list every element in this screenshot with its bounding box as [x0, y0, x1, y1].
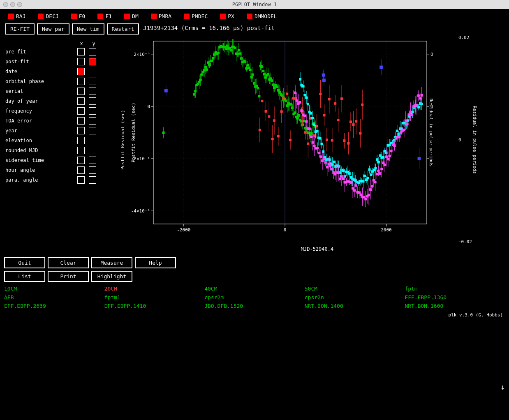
y-checkbox[interactable] [89, 157, 96, 164]
x-checkbox[interactable] [77, 147, 85, 154]
param-row-name: rounded MJD [5, 148, 77, 153]
param-label: DECJ [46, 13, 58, 19]
x-checkbox[interactable] [77, 107, 85, 115]
x-checkbox[interactable] [77, 117, 85, 125]
x-checkbox[interactable] [77, 88, 85, 95]
scroll-down-icon[interactable]: ↓ [500, 383, 505, 391]
param-indicator [247, 14, 252, 19]
param-row-name: date [5, 69, 77, 74]
x-checkbox[interactable] [77, 78, 85, 85]
param-indicator [184, 14, 190, 19]
y-checkbox[interactable] [89, 176, 96, 184]
x-checkbox[interactable] [77, 68, 85, 75]
checkbox-pair [77, 166, 96, 174]
legend-item-2: 40CM [204, 285, 305, 292]
x-checkbox[interactable] [77, 166, 85, 174]
param-row-12: hour angle [5, 166, 116, 175]
y-axis-left-label: Postfit Residual (sec) [116, 37, 129, 242]
legend-item-7: cpsr2m [204, 294, 305, 301]
y-checkbox[interactable] [89, 88, 96, 95]
param-row-13: para. angle [5, 175, 116, 185]
quit-button[interactable]: Quit [4, 257, 45, 268]
y-checkbox[interactable] [89, 58, 96, 65]
close-btn[interactable] [3, 2, 8, 7]
param-label: RAJ [16, 13, 25, 19]
param-row-9: elevation [5, 136, 116, 145]
y-checkbox[interactable] [89, 147, 96, 154]
checkbox-pair [77, 147, 96, 154]
param-indicator [151, 14, 157, 19]
y-checkbox[interactable] [89, 48, 96, 55]
restart-button[interactable]: Restart [107, 23, 139, 35]
chart-area: J1939+2134 (Crms = 16.166 μs) post-fit P… [116, 35, 506, 252]
param-raj[interactable]: RAJ [8, 13, 25, 19]
param-pmra[interactable]: PMRA [151, 13, 171, 19]
legend-item-0: 10CM [4, 285, 104, 292]
highlight-button[interactable]: Highlight [91, 271, 132, 282]
x-checkbox[interactable] [77, 137, 85, 144]
clear-button[interactable]: Clear [48, 257, 89, 268]
y-checkbox[interactable] [89, 127, 96, 134]
plot-canvas[interactable] [129, 35, 433, 245]
y-checkbox[interactable] [89, 137, 96, 144]
newtim-button[interactable]: New tim [72, 23, 104, 35]
param-pmdec[interactable]: PMDEC [184, 13, 208, 19]
x-axis-label: MJD-52940.4 [129, 246, 506, 252]
list-button[interactable]: List [4, 271, 45, 282]
param-label: F1 [105, 13, 112, 19]
param-f1[interactable]: F1 [97, 13, 112, 19]
newpar-button[interactable]: New par [37, 23, 69, 35]
plot-title: J1939+2134 (Crms = 16.166 μs) post-fit [141, 25, 275, 31]
bottom-buttons-row2: List Print Highlight [4, 271, 505, 282]
param-px[interactable]: PX [220, 13, 234, 19]
help-button[interactable]: Help [135, 257, 176, 268]
x-checkbox[interactable] [77, 157, 85, 164]
y-checkbox[interactable] [89, 78, 96, 85]
param-f0[interactable]: F0 [71, 13, 86, 19]
param-dm[interactable]: DM [124, 13, 139, 19]
y-checkbox[interactable] [89, 166, 96, 174]
param-row-name: year [5, 128, 77, 134]
param-row-name: frequency [5, 108, 77, 114]
param-row-6: frequency [5, 106, 116, 115]
checkbox-pair [77, 137, 96, 144]
checkbox-pair [77, 78, 96, 85]
refit-button[interactable]: RE-FIT [5, 23, 35, 35]
x-checkbox[interactable] [77, 48, 85, 55]
y-checkbox[interactable] [89, 68, 96, 75]
param-row-2: date [5, 67, 116, 76]
param-row-name: sidereal time [5, 157, 77, 163]
param-row-name: day of year [5, 98, 77, 104]
x-checkbox[interactable] [77, 97, 85, 105]
param-row-4: serial [5, 87, 116, 96]
toolbar: RE-FIT New par New tim Restart [3, 23, 116, 35]
y-checkbox[interactable] [89, 97, 96, 105]
measure-button[interactable]: Measure [91, 257, 132, 268]
param-indicator [97, 14, 103, 19]
param-row-10: rounded MJD [5, 146, 116, 155]
y-checkbox[interactable] [89, 107, 96, 115]
print-button[interactable]: Print [48, 271, 89, 282]
x-checkbox[interactable] [77, 58, 85, 65]
checkbox-pair [77, 107, 96, 115]
checkbox-pair [77, 68, 96, 75]
param-decj[interactable]: DECJ [38, 13, 58, 19]
window-title: PGPLOT Window 1 [232, 2, 277, 7]
param-row-8: year [5, 126, 116, 135]
minimize-btn[interactable] [10, 2, 15, 7]
param-row-name: para. angle [5, 177, 77, 183]
x-checkbox[interactable] [77, 176, 85, 184]
param-row-name: orbital phase [5, 78, 77, 84]
legend-item-9: EFF.EBPP.1360 [405, 294, 505, 301]
param-row-3: orbital phase [5, 77, 116, 86]
left-panel: RE-FIT New par New tim Restart x y pre-f… [3, 23, 116, 252]
checkbox-pair [77, 97, 96, 105]
param-row-name: hour angle [5, 167, 77, 173]
legend-item-10: EFF.EBPP.2639 [4, 302, 104, 309]
x-checkbox[interactable] [77, 127, 85, 134]
param-indicator [124, 14, 130, 19]
param-dmmodel[interactable]: DMMODEL [247, 13, 277, 19]
y-axis-right-label: Residual in pulse periods [472, 106, 478, 174]
y-checkbox[interactable] [89, 117, 96, 125]
maximize-btn[interactable] [17, 2, 22, 7]
